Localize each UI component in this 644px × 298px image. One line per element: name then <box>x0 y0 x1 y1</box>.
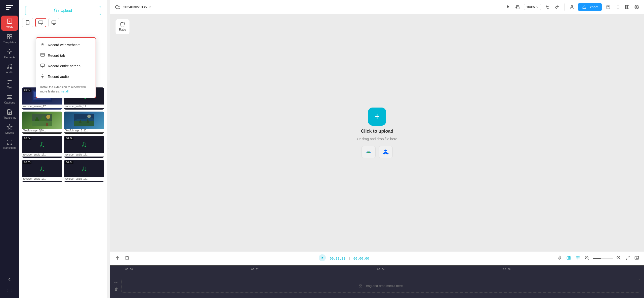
cursor-tool-button[interactable] <box>505 4 511 10</box>
media-tab-screen[interactable] <box>35 18 46 27</box>
svg-rect-73 <box>359 284 360 285</box>
sidebar-effects-label: Effects <box>5 131 14 134</box>
app-logo <box>5 3 15 13</box>
webcam-icon <box>40 42 45 48</box>
svg-rect-24 <box>41 53 45 56</box>
media-duration-5: 00:04 <box>23 137 31 140</box>
sidebar-item-transcript[interactable]: Transcript <box>1 107 18 121</box>
track-split-icon[interactable]: ⊹ <box>114 280 118 285</box>
sidebar-item-text[interactable]: Text <box>1 77 18 91</box>
media-thumb-4[interactable]: TextToImage_6_20... <box>64 112 104 134</box>
upload-button[interactable]: Upload <box>25 6 101 15</box>
media-thumb-8[interactable]: ♫ 00:04 recorder_audio_17... <box>64 160 104 182</box>
svg-rect-25 <box>41 64 45 67</box>
zoom-out-button[interactable] <box>584 255 590 262</box>
media-thumb-7[interactable]: ♫ 00:03 recorder_audio_17... <box>22 160 62 182</box>
sidebar-item-elements[interactable]: Elements <box>1 47 18 61</box>
sidebar-item-collapse[interactable] <box>1 274 18 284</box>
svg-rect-17 <box>26 21 29 25</box>
zoom-value: 100% <box>526 5 535 9</box>
delete-button[interactable] <box>124 255 130 262</box>
record-audio-item[interactable]: Record audio <box>36 71 96 82</box>
sidebar-item-transitions[interactable]: Transitions <box>1 137 18 151</box>
media-duration-6: 00:04 <box>65 137 73 140</box>
canvas-upload-area: + Click to upload Or drag and drop file … <box>115 19 639 246</box>
svg-rect-5 <box>10 34 12 36</box>
media-thumb-6[interactable]: ♫ 00:04 recorder_audio_17... <box>64 136 104 158</box>
svg-rect-6 <box>7 37 9 39</box>
music-icon-8: ♫ <box>81 164 87 173</box>
sidebar-item-media[interactable]: Media <box>1 16 18 31</box>
sidebar-item-templates[interactable]: Templates <box>1 32 18 46</box>
microphone-button[interactable] <box>556 255 563 262</box>
settings-button[interactable] <box>633 4 640 10</box>
svg-point-40 <box>87 115 91 118</box>
zoom-control[interactable]: 100% <box>524 4 541 10</box>
music-icon-7: ♫ <box>39 164 45 173</box>
media-tab-monitor[interactable] <box>48 18 59 27</box>
help-button[interactable] <box>605 4 611 10</box>
record-audio-label: Record audio <box>48 75 69 79</box>
svg-line-67 <box>620 259 620 259</box>
media-tab-mobile[interactable] <box>22 18 33 27</box>
sidebar-item-effects[interactable]: Effects <box>1 122 18 136</box>
media-thumb-3[interactable]: TextToImage_8|20... <box>22 112 62 134</box>
svg-point-10 <box>10 67 12 69</box>
svg-marker-14 <box>7 125 12 129</box>
timeline-ruler: 00:00 00:02 00:04 00:06 <box>110 265 644 273</box>
cloud-save-button[interactable] <box>114 4 121 11</box>
split-view-button[interactable] <box>624 4 630 10</box>
svg-rect-52 <box>628 5 629 9</box>
record-tab-item[interactable]: Record tab <box>36 50 96 61</box>
tab-icon <box>40 53 45 58</box>
dropbox-button[interactable] <box>379 146 393 158</box>
drop-label: Drag and drop media here <box>365 284 403 288</box>
list-view-button[interactable] <box>614 4 621 10</box>
media-name-4: TextToImage_6_20... <box>64 129 104 132</box>
ratio-button[interactable]: Ratio <box>115 19 130 34</box>
split-clip-button[interactable] <box>114 255 121 262</box>
svg-rect-75 <box>359 286 360 287</box>
svg-rect-4 <box>7 34 9 36</box>
upload-label: Upload <box>61 9 72 13</box>
sidebar-item-captions[interactable]: Captions <box>1 92 18 106</box>
sidebar: Media Templates Elements Audio Text <box>0 0 19 298</box>
hand-tool-button[interactable] <box>514 4 521 10</box>
play-button[interactable] <box>318 253 327 264</box>
record-screen-item[interactable]: Record entire screen <box>36 61 96 71</box>
upload-plus-button[interactable]: + <box>368 108 386 126</box>
upload-area: + Click to upload Or drag and drop file … <box>357 108 397 158</box>
timeline-track-icons: ⊹ 🗑 <box>114 280 118 291</box>
sidebar-item-audio[interactable]: Audio <box>1 62 18 76</box>
record-webcam-label: Record with webcam <box>48 43 80 47</box>
svg-rect-54 <box>121 23 125 26</box>
svg-point-8 <box>9 51 10 53</box>
microphone-icon <box>40 74 45 79</box>
google-drive-button[interactable] <box>361 146 376 158</box>
export-button[interactable]: Export <box>578 3 602 11</box>
svg-line-70 <box>628 256 629 257</box>
sidebar-templates-label: Templates <box>3 41 16 44</box>
redo-button[interactable] <box>554 4 560 10</box>
ratio-label: Ratio <box>119 28 126 31</box>
svg-point-60 <box>568 257 570 259</box>
record-install-link[interactable]: Install <box>61 90 68 93</box>
timeline-drop-zone[interactable]: Drag and drop media here <box>121 279 640 293</box>
camera-capture-button[interactable] <box>566 255 572 262</box>
fullscreen-button[interactable] <box>624 255 631 262</box>
record-webcam-item[interactable]: Record with webcam <box>36 40 96 50</box>
project-name-text: 202403051035 <box>123 5 147 9</box>
panel-divider[interactable]: ⋮ <box>107 0 110 298</box>
media-thumb-5[interactable]: ♫ 00:04 recorder_audio_17... <box>22 136 62 158</box>
subtitle-button[interactable] <box>633 255 640 262</box>
sidebar-item-keyboard[interactable] <box>1 285 18 295</box>
trim-button[interactable] <box>575 255 581 262</box>
track-delete-icon[interactable]: 🗑 <box>114 287 118 291</box>
record-dropdown: Record with webcam Record tab Record e <box>36 37 96 98</box>
media-name-2: recorder_audio_17... <box>64 105 104 108</box>
account-button[interactable] <box>569 4 575 10</box>
undo-button[interactable] <box>544 4 551 10</box>
zoom-in-button[interactable] <box>615 255 622 262</box>
svg-rect-72 <box>635 256 639 259</box>
zoom-slider[interactable] <box>593 258 613 259</box>
